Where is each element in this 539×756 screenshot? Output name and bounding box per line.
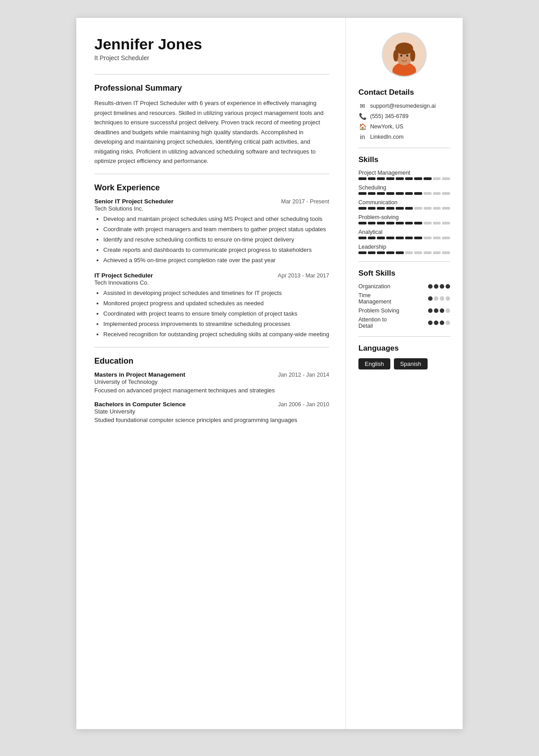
divider-after-header — [94, 74, 329, 75]
job-title-text: IT Project Scheduler — [94, 272, 153, 279]
skill-bar-filled — [414, 177, 422, 180]
right-column: Contact Details ✉ support@resumedesign.a… — [346, 18, 463, 729]
dot-filled — [428, 321, 433, 325]
contact-linkedin: in LinkedIn.com — [358, 133, 450, 141]
skill-bar-filled — [396, 222, 404, 224]
skill-bar-filled — [358, 207, 367, 210]
skill-bar-empty — [424, 207, 432, 210]
skill-bar-filled — [358, 192, 367, 195]
skill-bar-filled — [414, 237, 422, 239]
skill-bar-empty — [433, 192, 441, 195]
skill-bar-filled — [414, 192, 422, 195]
dot-filled — [440, 321, 444, 325]
job-bullets: Assisted in developing project schedules… — [94, 289, 329, 339]
skill-bar-empty — [433, 222, 441, 224]
skill-item: Problem-solving — [358, 214, 450, 224]
resume-page: Jennifer Jones It Project Scheduler Prof… — [76, 18, 463, 729]
dot-filled — [446, 284, 450, 289]
dot-filled — [434, 308, 438, 313]
jobs-container: Senior IT Project SchedulerMar 2017 - Pr… — [94, 198, 329, 339]
skill-bar-filled — [358, 177, 367, 180]
contact-phone: 📞 (555) 345-6789 — [358, 113, 450, 120]
work-experience-title: Work Experience — [94, 183, 329, 193]
svg-point-9 — [404, 57, 405, 59]
education-title: Education — [94, 356, 329, 366]
summary-title: Professional Summary — [94, 84, 329, 93]
skill-bar-filled — [368, 222, 376, 224]
skill-bar-filled — [377, 222, 385, 224]
job-company: Tech Solutions Inc. — [94, 205, 329, 212]
skill-bar-empty — [424, 192, 432, 195]
language-tag: Spanish — [394, 358, 428, 369]
skill-bar-filled — [386, 207, 394, 210]
skill-bar-filled — [405, 207, 413, 210]
edu-container: Masters in Project ManagementJan 2012 - … — [94, 371, 329, 423]
skill-bar — [358, 237, 450, 239]
skill-item: Project Management — [358, 170, 450, 180]
dot-filled — [440, 308, 444, 313]
skill-bar-filled — [368, 177, 376, 180]
avatar — [382, 32, 427, 77]
skill-name: Leadership — [358, 244, 450, 250]
edu-date: Jan 2012 - Jan 2014 — [278, 372, 329, 378]
svg-point-5 — [393, 50, 398, 62]
soft-skill-dots — [428, 321, 450, 325]
skill-name: Project Management — [358, 170, 450, 176]
candidate-title: It Project Scheduler — [94, 54, 329, 62]
skill-bar-filled — [386, 177, 394, 180]
skill-name: Scheduling — [358, 185, 450, 191]
dot-empty — [440, 296, 444, 301]
avatar-wrapper — [358, 32, 450, 77]
edu-degree: Bachelors in Computer Science — [94, 401, 186, 408]
list-item: Monitored project progress and updated s… — [103, 299, 329, 308]
dot-filled — [434, 321, 438, 325]
skill-bar-filled — [396, 237, 404, 239]
left-column: Jennifer Jones It Project Scheduler Prof… — [76, 18, 346, 729]
skill-bar-filled — [405, 222, 413, 224]
soft-skill-item: Time Management — [358, 292, 450, 305]
skill-bar-empty — [433, 177, 441, 180]
skill-bar-filled — [377, 177, 385, 180]
skill-item: Scheduling — [358, 185, 450, 195]
skill-item: Leadership — [358, 244, 450, 254]
skill-bar-empty — [405, 251, 413, 254]
skill-bar — [358, 177, 450, 180]
soft-skill-dots — [428, 308, 450, 313]
skill-item: Communication — [358, 199, 450, 210]
soft-skill-dots — [428, 296, 450, 301]
skill-bar-filled — [396, 192, 404, 195]
job-bullets: Develop and maintain project schedules u… — [94, 215, 329, 265]
skill-bar-filled — [368, 207, 376, 210]
job-block: IT Project SchedulerApr 2013 - Mar 2017T… — [94, 272, 329, 339]
dot-filled — [440, 284, 444, 289]
skill-bar-empty — [424, 237, 432, 239]
svg-point-4 — [395, 43, 413, 54]
skill-bar-empty — [433, 237, 441, 239]
skill-bar-filled — [377, 207, 385, 210]
skill-bar — [358, 251, 450, 254]
job-company: Tech Innovations Co. — [94, 279, 329, 286]
list-item: Identify and resolve scheduling conflict… — [103, 235, 329, 245]
skill-bar-filled — [396, 251, 404, 254]
summary-section: Professional Summary Results-driven IT P… — [94, 84, 329, 166]
skill-bar-filled — [386, 251, 394, 254]
dot-filled — [428, 284, 433, 289]
phone-icon: 📞 — [358, 113, 367, 120]
education-section: Education Masters in Project ManagementJ… — [94, 356, 329, 423]
divider-after-soft-skills — [358, 336, 450, 337]
skill-bar-filled — [396, 177, 404, 180]
soft-skill-item: Attention to Detail — [358, 316, 450, 329]
edu-school: University of Technology — [94, 378, 329, 385]
skill-bar-filled — [368, 192, 376, 195]
skill-bar-filled — [368, 237, 376, 239]
soft-skill-name: Attention to Detail — [358, 316, 428, 329]
contact-location: 🏠 NewYork, US — [358, 123, 450, 130]
skill-bar-empty — [433, 207, 441, 210]
skill-bar — [358, 222, 450, 224]
language-tag: English — [358, 358, 390, 369]
dot-empty — [434, 296, 438, 301]
skill-bar-filled — [396, 207, 404, 210]
skill-bar-filled — [405, 237, 413, 239]
dot-empty — [446, 321, 450, 325]
job-block: Senior IT Project SchedulerMar 2017 - Pr… — [94, 198, 329, 265]
